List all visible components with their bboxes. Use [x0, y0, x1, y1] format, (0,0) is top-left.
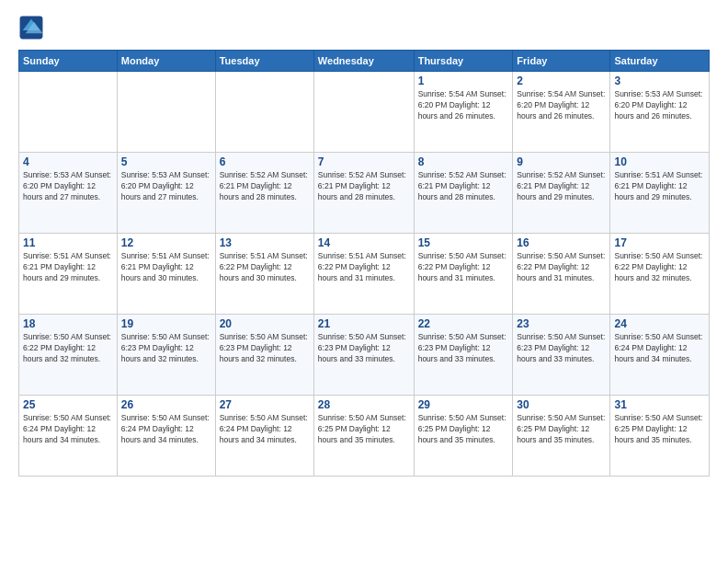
calendar-cell: 19Sunrise: 5:50 AM Sunset: 6:23 PM Dayli…	[117, 315, 215, 396]
day-number: 28	[318, 398, 410, 411]
day-info: Sunrise: 5:52 AM Sunset: 6:21 PM Dayligh…	[318, 170, 410, 203]
calendar-cell: 14Sunrise: 5:51 AM Sunset: 6:22 PM Dayli…	[313, 234, 414, 315]
day-number: 16	[517, 236, 606, 249]
calendar-cell: 6Sunrise: 5:52 AM Sunset: 6:21 PM Daylig…	[215, 153, 313, 234]
calendar-header-row: SundayMondayTuesdayWednesdayThursdayFrid…	[19, 51, 710, 72]
day-number: 24	[614, 317, 705, 330]
calendar-cell: 8Sunrise: 5:52 AM Sunset: 6:21 PM Daylig…	[414, 153, 513, 234]
calendar-week-1: 1Sunrise: 5:54 AM Sunset: 6:20 PM Daylig…	[19, 72, 710, 153]
calendar-cell: 31Sunrise: 5:50 AM Sunset: 6:25 PM Dayli…	[610, 396, 710, 477]
day-number: 30	[517, 398, 606, 411]
day-number: 12	[121, 236, 211, 249]
calendar-week-3: 11Sunrise: 5:51 AM Sunset: 6:21 PM Dayli…	[19, 234, 710, 315]
day-info: Sunrise: 5:50 AM Sunset: 6:24 PM Dayligh…	[220, 413, 310, 446]
calendar-cell: 25Sunrise: 5:50 AM Sunset: 6:24 PM Dayli…	[19, 396, 118, 477]
calendar-cell: 27Sunrise: 5:50 AM Sunset: 6:24 PM Dayli…	[215, 396, 313, 477]
calendar-cell: 17Sunrise: 5:50 AM Sunset: 6:22 PM Dayli…	[610, 234, 710, 315]
calendar-cell	[313, 72, 414, 153]
logo	[18, 15, 48, 40]
weekday-header-tuesday: Tuesday	[215, 51, 313, 72]
calendar-cell: 16Sunrise: 5:50 AM Sunset: 6:22 PM Dayli…	[513, 234, 610, 315]
day-number: 18	[23, 317, 113, 330]
day-info: Sunrise: 5:52 AM Sunset: 6:21 PM Dayligh…	[220, 170, 310, 203]
day-info: Sunrise: 5:51 AM Sunset: 6:21 PM Dayligh…	[121, 251, 211, 284]
weekday-header-saturday: Saturday	[610, 51, 710, 72]
logo-icon	[18, 15, 44, 40]
day-info: Sunrise: 5:53 AM Sunset: 6:20 PM Dayligh…	[614, 89, 705, 122]
day-number: 17	[614, 236, 705, 249]
day-number: 5	[121, 155, 211, 168]
weekday-header-friday: Friday	[513, 51, 610, 72]
day-number: 26	[121, 398, 211, 411]
calendar-cell: 24Sunrise: 5:50 AM Sunset: 6:24 PM Dayli…	[610, 315, 710, 396]
day-number: 22	[418, 317, 509, 330]
weekday-header-thursday: Thursday	[414, 51, 513, 72]
day-number: 15	[418, 236, 509, 249]
weekday-header-sunday: Sunday	[19, 51, 118, 72]
calendar-cell: 21Sunrise: 5:50 AM Sunset: 6:23 PM Dayli…	[313, 315, 414, 396]
day-number: 2	[517, 75, 606, 87]
day-number: 11	[23, 236, 113, 249]
calendar-cell: 3Sunrise: 5:53 AM Sunset: 6:20 PM Daylig…	[610, 72, 710, 153]
calendar-cell: 18Sunrise: 5:50 AM Sunset: 6:22 PM Dayli…	[19, 315, 118, 396]
day-number: 25	[23, 398, 113, 411]
calendar-cell: 30Sunrise: 5:50 AM Sunset: 6:25 PM Dayli…	[513, 396, 610, 477]
day-info: Sunrise: 5:52 AM Sunset: 6:21 PM Dayligh…	[418, 170, 509, 203]
day-number: 7	[318, 155, 410, 168]
calendar-week-4: 18Sunrise: 5:50 AM Sunset: 6:22 PM Dayli…	[19, 315, 710, 396]
day-info: Sunrise: 5:50 AM Sunset: 6:25 PM Dayligh…	[517, 413, 606, 446]
day-info: Sunrise: 5:50 AM Sunset: 6:25 PM Dayligh…	[418, 413, 509, 446]
day-info: Sunrise: 5:50 AM Sunset: 6:22 PM Dayligh…	[418, 251, 509, 284]
calendar-cell: 22Sunrise: 5:50 AM Sunset: 6:23 PM Dayli…	[414, 315, 513, 396]
calendar-table: SundayMondayTuesdayWednesdayThursdayFrid…	[18, 50, 710, 477]
day-info: Sunrise: 5:50 AM Sunset: 6:23 PM Dayligh…	[418, 332, 509, 365]
weekday-header-monday: Monday	[117, 51, 215, 72]
day-info: Sunrise: 5:50 AM Sunset: 6:25 PM Dayligh…	[614, 413, 705, 446]
day-number: 3	[614, 75, 705, 87]
calendar-cell: 15Sunrise: 5:50 AM Sunset: 6:22 PM Dayli…	[414, 234, 513, 315]
calendar-cell: 11Sunrise: 5:51 AM Sunset: 6:21 PM Dayli…	[19, 234, 118, 315]
page: SundayMondayTuesdayWednesdayThursdayFrid…	[0, 0, 728, 563]
day-info: Sunrise: 5:51 AM Sunset: 6:22 PM Dayligh…	[220, 251, 310, 284]
day-number: 21	[318, 317, 410, 330]
calendar-cell: 28Sunrise: 5:50 AM Sunset: 6:25 PM Dayli…	[313, 396, 414, 477]
day-info: Sunrise: 5:50 AM Sunset: 6:24 PM Dayligh…	[23, 413, 113, 446]
calendar-cell: 29Sunrise: 5:50 AM Sunset: 6:25 PM Dayli…	[414, 396, 513, 477]
day-info: Sunrise: 5:50 AM Sunset: 6:23 PM Dayligh…	[220, 332, 310, 365]
day-number: 23	[517, 317, 606, 330]
day-number: 20	[220, 317, 310, 330]
day-info: Sunrise: 5:50 AM Sunset: 6:22 PM Dayligh…	[517, 251, 606, 284]
calendar-cell: 2Sunrise: 5:54 AM Sunset: 6:20 PM Daylig…	[513, 72, 610, 153]
day-info: Sunrise: 5:54 AM Sunset: 6:20 PM Dayligh…	[418, 89, 509, 122]
weekday-header-wednesday: Wednesday	[313, 51, 414, 72]
calendar-cell: 12Sunrise: 5:51 AM Sunset: 6:21 PM Dayli…	[117, 234, 215, 315]
calendar-cell: 26Sunrise: 5:50 AM Sunset: 6:24 PM Dayli…	[117, 396, 215, 477]
calendar-cell: 9Sunrise: 5:52 AM Sunset: 6:21 PM Daylig…	[513, 153, 610, 234]
day-number: 6	[220, 155, 310, 168]
day-info: Sunrise: 5:53 AM Sunset: 6:20 PM Dayligh…	[121, 170, 211, 203]
day-number: 31	[614, 398, 705, 411]
calendar-cell: 1Sunrise: 5:54 AM Sunset: 6:20 PM Daylig…	[414, 72, 513, 153]
day-number: 29	[418, 398, 509, 411]
day-number: 13	[220, 236, 310, 249]
day-info: Sunrise: 5:50 AM Sunset: 6:25 PM Dayligh…	[318, 413, 410, 446]
day-number: 27	[220, 398, 310, 411]
calendar-cell: 7Sunrise: 5:52 AM Sunset: 6:21 PM Daylig…	[313, 153, 414, 234]
calendar-cell	[19, 72, 118, 153]
day-info: Sunrise: 5:54 AM Sunset: 6:20 PM Dayligh…	[517, 89, 606, 122]
calendar-cell	[117, 72, 215, 153]
calendar-week-2: 4Sunrise: 5:53 AM Sunset: 6:20 PM Daylig…	[19, 153, 710, 234]
day-number: 10	[614, 155, 705, 168]
day-number: 9	[517, 155, 606, 168]
calendar-cell: 10Sunrise: 5:51 AM Sunset: 6:21 PM Dayli…	[610, 153, 710, 234]
calendar-cell: 23Sunrise: 5:50 AM Sunset: 6:23 PM Dayli…	[513, 315, 610, 396]
day-info: Sunrise: 5:50 AM Sunset: 6:23 PM Dayligh…	[318, 332, 410, 365]
day-number: 1	[418, 75, 509, 87]
day-info: Sunrise: 5:50 AM Sunset: 6:24 PM Dayligh…	[121, 413, 211, 446]
calendar-cell: 5Sunrise: 5:53 AM Sunset: 6:20 PM Daylig…	[117, 153, 215, 234]
day-info: Sunrise: 5:50 AM Sunset: 6:22 PM Dayligh…	[23, 332, 113, 365]
calendar-cell: 13Sunrise: 5:51 AM Sunset: 6:22 PM Dayli…	[215, 234, 313, 315]
day-number: 4	[23, 155, 113, 168]
day-info: Sunrise: 5:53 AM Sunset: 6:20 PM Dayligh…	[23, 170, 113, 203]
calendar-week-5: 25Sunrise: 5:50 AM Sunset: 6:24 PM Dayli…	[19, 396, 710, 477]
